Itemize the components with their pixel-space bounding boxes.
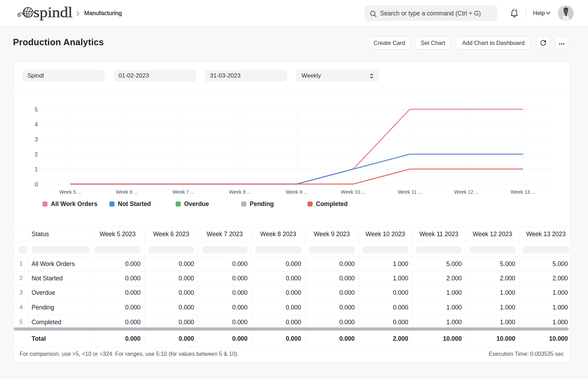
- svg-text:Week 11 ...: Week 11 ...: [398, 189, 422, 195]
- svg-text:Week 13 ...: Week 13 ...: [511, 189, 535, 195]
- svg-text:Week 8 ...: Week 8 ...: [229, 189, 251, 195]
- svg-text:Week 12 ...: Week 12 ...: [454, 189, 479, 195]
- svg-text:5: 5: [35, 106, 38, 113]
- svg-text:Week 9 ...: Week 9 ...: [286, 189, 308, 195]
- svg-text:Week 5 ...: Week 5 ...: [59, 189, 81, 195]
- svg-text:Pending: Pending: [250, 200, 274, 207]
- svg-text:Week 7 ...: Week 7 ...: [173, 189, 195, 195]
- svg-text:0: 0: [35, 181, 38, 187]
- svg-text:All Work Orders: All Work Orders: [51, 200, 97, 207]
- svg-text:3: 3: [35, 136, 38, 142]
- svg-text:Week 10 ...: Week 10 ...: [341, 189, 366, 195]
- svg-text:Not Started: Not Started: [118, 200, 151, 207]
- svg-text:4: 4: [35, 121, 38, 127]
- svg-text:Week 6 ...: Week 6 ...: [116, 189, 138, 195]
- svg-text:Overdue: Overdue: [184, 200, 209, 207]
- svg-text:1: 1: [35, 166, 38, 172]
- svg-text:2: 2: [35, 151, 38, 158]
- svg-text:Completed: Completed: [316, 200, 347, 207]
